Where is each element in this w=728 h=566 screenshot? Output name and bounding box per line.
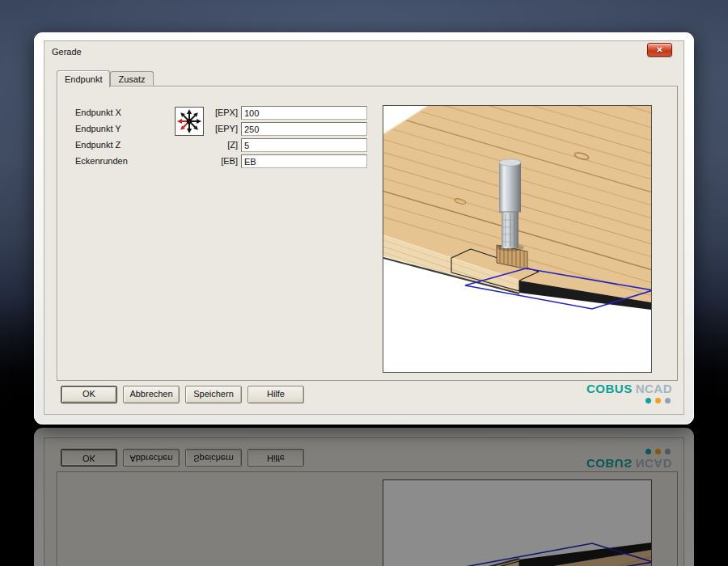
eckenrunden-label: Eckenrunden: [75, 154, 174, 168]
logo-dot-teal: [645, 398, 651, 403]
gerade-dialog: Gerade ✕ Endpunkt Zusatz Endpunkt X Endp…: [34, 32, 694, 424]
logo-dots: [586, 398, 671, 403]
direction-compass-icon: [175, 107, 204, 136]
logo-dot-gray: [665, 398, 671, 403]
milling-preview-image: [383, 105, 652, 373]
eb-param-label: [EB]: [203, 154, 238, 168]
endpunkt-y-label: Endpunkt Y: [75, 122, 174, 136]
tab-zusatz[interactable]: Zusatz: [110, 71, 153, 86]
title-bar[interactable]: Gerade ✕: [44, 41, 684, 62]
help-button[interactable]: Hilfe: [248, 386, 304, 403]
endpunkt-z-input[interactable]: [241, 138, 367, 152]
logo-product: NCAD: [636, 382, 672, 395]
close-button[interactable]: ✕: [647, 43, 672, 57]
endpunkt-x-input[interactable]: [241, 106, 367, 120]
desktop-background: Gerade ✕ Endpunkt Zusatz Endpunkt X Endp…: [0, 0, 728, 566]
endpunkt-z-label: Endpunkt Z: [75, 138, 174, 152]
dialog-reflection: Gerade ✕ Endpunkt Zusatz Endpunkt X Endp…: [34, 428, 694, 566]
endpunkt-y-input[interactable]: [241, 122, 367, 136]
dialog-surface: Gerade ✕ Endpunkt Zusatz Endpunkt X Endp…: [44, 40, 684, 415]
logo-dot-orange: [655, 398, 661, 403]
logo-brand: COBUS: [586, 382, 633, 395]
tab-strip: Endpunkt Zusatz: [57, 70, 154, 87]
ok-button[interactable]: OK: [61, 386, 117, 403]
window-title: Gerade: [52, 47, 82, 57]
endpunkt-tab-page: Endpunkt X Endpunkt Y Endpunkt Z Eckenru…: [57, 86, 678, 381]
cancel-button[interactable]: Abbrechen: [123, 386, 180, 403]
eckenrunden-input[interactable]: [241, 154, 367, 168]
z-param-label: [Z]: [203, 138, 238, 152]
epx-param-label: [EPX]: [203, 106, 238, 120]
endpunkt-x-label: Endpunkt X: [75, 106, 174, 120]
cobus-ncad-logo: COBUSNCAD: [586, 382, 672, 403]
tab-endpunkt[interactable]: Endpunkt: [57, 70, 110, 87]
epy-param-label: [EPY]: [203, 122, 238, 136]
save-button[interactable]: Speichern: [185, 386, 242, 403]
